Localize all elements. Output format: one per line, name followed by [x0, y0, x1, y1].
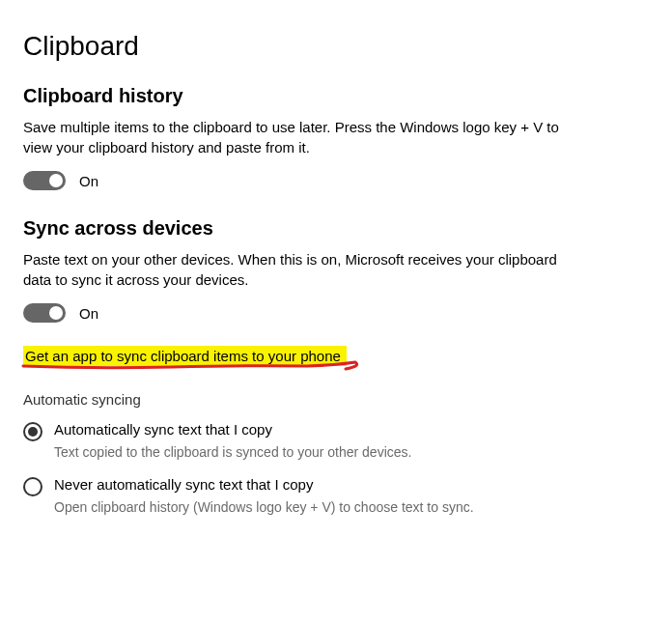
desc-clipboard-history: Save multiple items to the clipboard to …: [23, 117, 564, 157]
radio-icon: [23, 422, 42, 441]
radio-text-wrap: Automatically sync text that I copy Text…: [54, 421, 411, 463]
toggle-row-history: On: [23, 171, 649, 190]
page-title: Clipboard: [23, 31, 649, 62]
highlighted-link-wrap: Get an app to sync clipboard items to yo…: [23, 346, 347, 366]
radio-text-wrap: Never automatically sync text that I cop…: [54, 476, 474, 518]
toggle-clipboard-history[interactable]: [23, 171, 66, 190]
toggle-label-sync: On: [79, 305, 98, 322]
toggle-label-history: On: [79, 173, 98, 189]
radio-desc-auto: Text copied to the clipboard is synced t…: [54, 443, 411, 463]
heading-sync-devices: Sync across devices: [23, 217, 649, 240]
radio-label-auto: Automatically sync text that I copy: [54, 421, 411, 438]
radio-never-sync[interactable]: Never automatically sync text that I cop…: [23, 476, 622, 518]
toggle-knob-icon: [49, 174, 63, 187]
link-get-app-sync[interactable]: Get an app to sync clipboard items to yo…: [23, 346, 347, 366]
section-sync-devices: Sync across devices Paste text on your o…: [23, 217, 649, 517]
radio-label-never: Never automatically sync text that I cop…: [54, 476, 474, 493]
radio-desc-never: Open clipboard history (Windows logo key…: [54, 498, 474, 518]
section-clipboard-history: Clipboard history Save multiple items to…: [23, 85, 649, 190]
subheading-automatic-syncing: Automatic syncing: [23, 391, 649, 408]
desc-sync-devices: Paste text on your other devices. When t…: [23, 249, 564, 290]
radio-icon: [23, 477, 42, 496]
toggle-knob-icon: [49, 306, 63, 320]
toggle-row-sync: On: [23, 303, 649, 323]
radio-auto-sync[interactable]: Automatically sync text that I copy Text…: [23, 421, 622, 463]
heading-clipboard-history: Clipboard history: [23, 85, 649, 107]
toggle-sync-devices[interactable]: [23, 303, 66, 323]
